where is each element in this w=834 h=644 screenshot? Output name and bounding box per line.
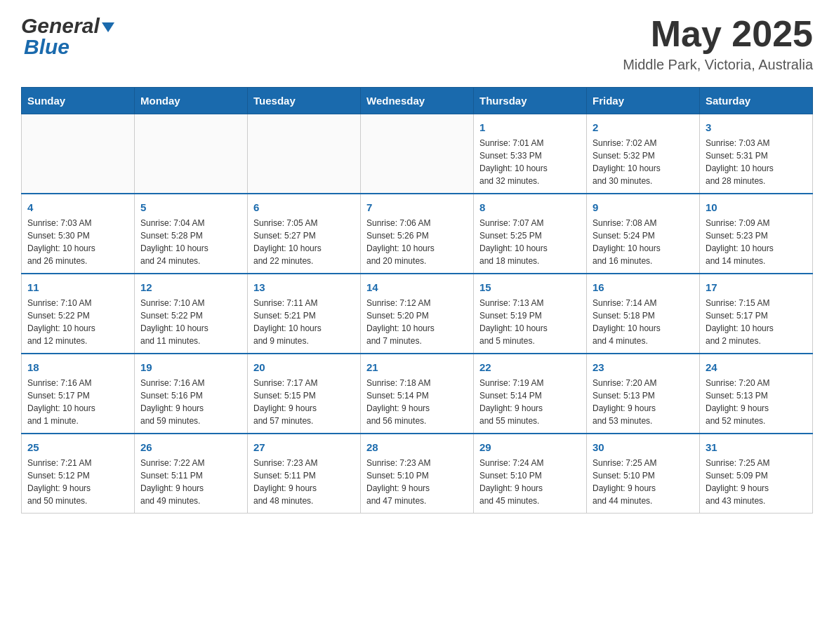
day-info: Sunrise: 7:01 AMSunset: 5:33 PMDaylight:… <box>479 137 581 187</box>
day-number: 16 <box>593 280 694 295</box>
table-row: 9Sunrise: 7:08 AMSunset: 5:24 PMDaylight… <box>587 194 700 274</box>
table-row: 4Sunrise: 7:03 AMSunset: 5:30 PMDaylight… <box>22 194 135 274</box>
day-info: Sunrise: 7:14 AMSunset: 5:18 PMDaylight:… <box>593 297 694 347</box>
table-row: 20Sunrise: 7:17 AMSunset: 5:15 PMDayligh… <box>248 354 361 434</box>
col-sunday: Sunday <box>22 88 135 114</box>
col-thursday: Thursday <box>474 88 587 114</box>
table-row: 18Sunrise: 7:16 AMSunset: 5:17 PMDayligh… <box>22 354 135 434</box>
table-row: 30Sunrise: 7:25 AMSunset: 5:10 PMDayligh… <box>587 434 700 514</box>
table-row: 23Sunrise: 7:20 AMSunset: 5:13 PMDayligh… <box>587 354 700 434</box>
day-number: 23 <box>593 360 694 375</box>
day-number: 29 <box>479 440 581 455</box>
day-info: Sunrise: 7:25 AMSunset: 5:10 PMDaylight:… <box>593 457 694 507</box>
table-row: 8Sunrise: 7:07 AMSunset: 5:25 PMDaylight… <box>474 194 587 274</box>
day-number: 10 <box>706 200 807 215</box>
table-row: 27Sunrise: 7:23 AMSunset: 5:11 PMDayligh… <box>248 434 361 514</box>
day-info: Sunrise: 7:03 AMSunset: 5:31 PMDaylight:… <box>706 137 807 187</box>
day-info: Sunrise: 7:04 AMSunset: 5:28 PMDaylight:… <box>140 217 241 267</box>
table-row: 22Sunrise: 7:19 AMSunset: 5:14 PMDayligh… <box>474 354 587 434</box>
calendar-row: 11Sunrise: 7:10 AMSunset: 5:22 PMDayligh… <box>22 274 813 354</box>
day-number: 13 <box>253 280 355 295</box>
table-row <box>22 114 135 194</box>
col-friday: Friday <box>587 88 700 114</box>
table-row <box>135 114 248 194</box>
day-number: 15 <box>479 280 581 295</box>
day-info: Sunrise: 7:13 AMSunset: 5:19 PMDaylight:… <box>479 297 581 347</box>
day-info: Sunrise: 7:03 AMSunset: 5:30 PMDaylight:… <box>27 217 128 267</box>
day-number: 17 <box>706 280 807 295</box>
title-section: May 2025 Middle Park, Victoria, Australi… <box>623 14 813 73</box>
day-number: 4 <box>27 200 128 215</box>
table-row: 24Sunrise: 7:20 AMSunset: 5:13 PMDayligh… <box>700 354 813 434</box>
day-info: Sunrise: 7:18 AMSunset: 5:14 PMDaylight:… <box>366 377 468 427</box>
table-row: 26Sunrise: 7:22 AMSunset: 5:11 PMDayligh… <box>135 434 248 514</box>
calendar-row: 1Sunrise: 7:01 AMSunset: 5:33 PMDaylight… <box>22 114 813 194</box>
table-row <box>361 114 474 194</box>
day-info: Sunrise: 7:16 AMSunset: 5:16 PMDaylight:… <box>140 377 241 427</box>
day-info: Sunrise: 7:09 AMSunset: 5:23 PMDaylight:… <box>706 217 807 267</box>
table-row: 3Sunrise: 7:03 AMSunset: 5:31 PMDaylight… <box>700 114 813 194</box>
day-info: Sunrise: 7:02 AMSunset: 5:32 PMDaylight:… <box>593 137 694 187</box>
day-info: Sunrise: 7:20 AMSunset: 5:13 PMDaylight:… <box>593 377 694 427</box>
day-number: 14 <box>366 280 468 295</box>
day-number: 24 <box>706 360 807 375</box>
day-info: Sunrise: 7:15 AMSunset: 5:17 PMDaylight:… <box>706 297 807 347</box>
table-row: 10Sunrise: 7:09 AMSunset: 5:23 PMDayligh… <box>700 194 813 274</box>
day-number: 11 <box>27 280 128 295</box>
logo-triangle-icon <box>102 22 114 32</box>
day-number: 2 <box>593 120 694 135</box>
day-info: Sunrise: 7:16 AMSunset: 5:17 PMDaylight:… <box>27 377 128 427</box>
table-row: 7Sunrise: 7:06 AMSunset: 5:26 PMDaylight… <box>361 194 474 274</box>
day-number: 9 <box>593 200 694 215</box>
table-row: 11Sunrise: 7:10 AMSunset: 5:22 PMDayligh… <box>22 274 135 354</box>
day-number: 31 <box>706 440 807 455</box>
calendar-header-row: Sunday Monday Tuesday Wednesday Thursday… <box>22 88 813 114</box>
day-number: 7 <box>366 200 468 215</box>
table-row: 31Sunrise: 7:25 AMSunset: 5:09 PMDayligh… <box>700 434 813 514</box>
day-info: Sunrise: 7:25 AMSunset: 5:09 PMDaylight:… <box>706 457 807 507</box>
calendar-row: 25Sunrise: 7:21 AMSunset: 5:12 PMDayligh… <box>22 434 813 514</box>
day-number: 12 <box>140 280 241 295</box>
col-saturday: Saturday <box>700 88 813 114</box>
day-info: Sunrise: 7:08 AMSunset: 5:24 PMDaylight:… <box>593 217 694 267</box>
calendar-table: Sunday Monday Tuesday Wednesday Thursday… <box>21 87 813 514</box>
table-row: 17Sunrise: 7:15 AMSunset: 5:17 PMDayligh… <box>700 274 813 354</box>
table-row <box>248 114 361 194</box>
day-number: 5 <box>140 200 241 215</box>
day-info: Sunrise: 7:22 AMSunset: 5:11 PMDaylight:… <box>140 457 241 507</box>
calendar-row: 4Sunrise: 7:03 AMSunset: 5:30 PMDaylight… <box>22 194 813 274</box>
table-row: 19Sunrise: 7:16 AMSunset: 5:16 PMDayligh… <box>135 354 248 434</box>
table-row: 13Sunrise: 7:11 AMSunset: 5:21 PMDayligh… <box>248 274 361 354</box>
day-info: Sunrise: 7:23 AMSunset: 5:10 PMDaylight:… <box>366 457 468 507</box>
day-number: 26 <box>140 440 241 455</box>
col-tuesday: Tuesday <box>248 88 361 114</box>
day-info: Sunrise: 7:07 AMSunset: 5:25 PMDaylight:… <box>479 217 581 267</box>
table-row: 21Sunrise: 7:18 AMSunset: 5:14 PMDayligh… <box>361 354 474 434</box>
col-monday: Monday <box>135 88 248 114</box>
day-number: 28 <box>366 440 468 455</box>
day-number: 19 <box>140 360 241 375</box>
month-title: May 2025 <box>623 14 813 54</box>
table-row: 25Sunrise: 7:21 AMSunset: 5:12 PMDayligh… <box>22 434 135 514</box>
day-info: Sunrise: 7:19 AMSunset: 5:14 PMDaylight:… <box>479 377 581 427</box>
table-row: 6Sunrise: 7:05 AMSunset: 5:27 PMDaylight… <box>248 194 361 274</box>
logo-general-text: General <box>21 14 100 38</box>
day-info: Sunrise: 7:10 AMSunset: 5:22 PMDaylight:… <box>140 297 241 347</box>
day-info: Sunrise: 7:23 AMSunset: 5:11 PMDaylight:… <box>253 457 355 507</box>
table-row: 1Sunrise: 7:01 AMSunset: 5:33 PMDaylight… <box>474 114 587 194</box>
table-row: 14Sunrise: 7:12 AMSunset: 5:20 PMDayligh… <box>361 274 474 354</box>
day-number: 3 <box>706 120 807 135</box>
day-number: 1 <box>479 120 581 135</box>
day-number: 22 <box>479 360 581 375</box>
col-wednesday: Wednesday <box>361 88 474 114</box>
calendar-row: 18Sunrise: 7:16 AMSunset: 5:17 PMDayligh… <box>22 354 813 434</box>
day-info: Sunrise: 7:17 AMSunset: 5:15 PMDaylight:… <box>253 377 355 427</box>
day-info: Sunrise: 7:20 AMSunset: 5:13 PMDaylight:… <box>706 377 807 427</box>
day-number: 8 <box>479 200 581 215</box>
day-number: 20 <box>253 360 355 375</box>
day-info: Sunrise: 7:05 AMSunset: 5:27 PMDaylight:… <box>253 217 355 267</box>
location-label: Middle Park, Victoria, Australia <box>623 57 813 73</box>
day-info: Sunrise: 7:10 AMSunset: 5:22 PMDaylight:… <box>27 297 128 347</box>
day-number: 18 <box>27 360 128 375</box>
day-number: 27 <box>253 440 355 455</box>
